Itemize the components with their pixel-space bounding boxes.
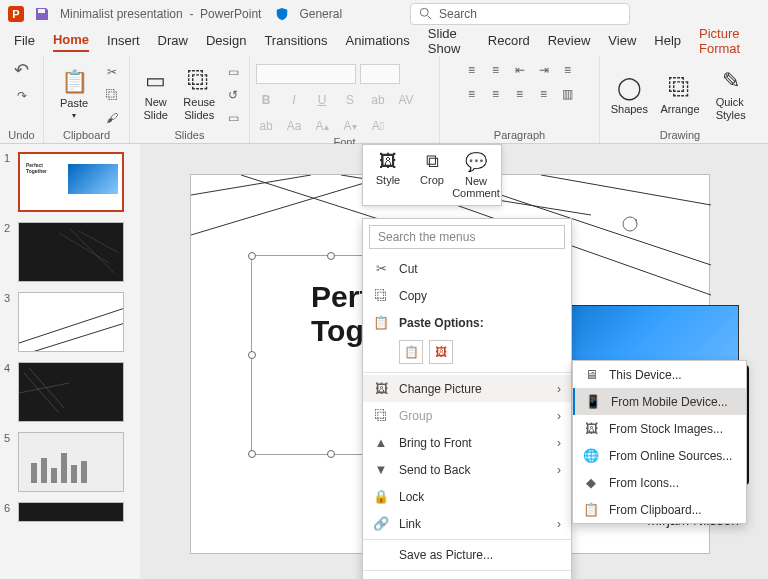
picture-style-button[interactable]: 🖼 Style bbox=[367, 149, 409, 201]
font-family-select[interactable] bbox=[256, 64, 356, 84]
paste-option-2[interactable]: 🖼 bbox=[429, 340, 453, 364]
group-undo-label: Undo bbox=[6, 129, 37, 141]
device-icon: 🖥 bbox=[583, 367, 599, 382]
paste-button[interactable]: 📋 Paste▾ bbox=[50, 69, 98, 120]
underline-button[interactable]: U bbox=[312, 90, 332, 110]
thumbnail-3[interactable] bbox=[18, 292, 124, 352]
align-center-button[interactable]: ≡ bbox=[486, 84, 506, 104]
redo-button[interactable]: ↷ bbox=[12, 86, 32, 106]
ctx-cut[interactable]: ✂Cut bbox=[363, 255, 571, 282]
tab-picture-format[interactable]: Picture Format bbox=[699, 26, 754, 59]
menu-search-input[interactable]: Search the menus bbox=[369, 225, 565, 249]
submenu-stock-images[interactable]: 🖼From Stock Images... bbox=[573, 415, 746, 442]
submenu-mobile-device[interactable]: 📱From Mobile Device... bbox=[573, 388, 746, 415]
indent-inc-button[interactable]: ⇥ bbox=[534, 60, 554, 80]
ctx-copy[interactable]: ⿻Copy bbox=[363, 282, 571, 309]
tab-review[interactable]: Review bbox=[548, 33, 591, 51]
spacing-button[interactable]: AV bbox=[396, 90, 416, 110]
tab-home[interactable]: Home bbox=[53, 32, 89, 52]
shadow-button[interactable]: ab bbox=[368, 90, 388, 110]
svg-line-7 bbox=[24, 373, 59, 413]
bold-button[interactable]: B bbox=[256, 90, 276, 110]
tab-view[interactable]: View bbox=[608, 33, 636, 51]
line-spacing-button[interactable]: ≡ bbox=[558, 60, 578, 80]
justify-button[interactable]: ≡ bbox=[534, 84, 554, 104]
case-button[interactable]: Aa bbox=[284, 116, 304, 136]
bullets-button[interactable]: ≡ bbox=[462, 60, 482, 80]
strike-button[interactable]: S bbox=[340, 90, 360, 110]
arrange-button[interactable]: ⿻ Arrange bbox=[657, 75, 704, 115]
svg-line-8 bbox=[29, 368, 64, 408]
reset-button[interactable]: ↺ bbox=[223, 85, 243, 105]
tab-transitions[interactable]: Transitions bbox=[264, 33, 327, 51]
title-bar: P Minimalist presentation - PowerPoint G… bbox=[0, 0, 768, 28]
ribbon: ↶ ↷ Undo 📋 Paste▾ ✂ ⿻ 🖌 Clipboard ▭ New … bbox=[0, 56, 768, 144]
tab-file[interactable]: File bbox=[14, 33, 35, 51]
ctx-lock[interactable]: 🔒Lock bbox=[363, 483, 571, 510]
grow-font-button[interactable]: A▴ bbox=[312, 116, 332, 136]
svg-rect-13 bbox=[61, 453, 67, 483]
copy-button[interactable]: ⿻ bbox=[102, 85, 122, 105]
align-left-button[interactable]: ≡ bbox=[462, 84, 482, 104]
rotate-handle-icon[interactable] bbox=[621, 215, 639, 233]
columns-button[interactable]: ▥ bbox=[558, 84, 578, 104]
svg-line-20 bbox=[541, 175, 711, 205]
submenu-from-icons[interactable]: ◆From Icons... bbox=[573, 469, 746, 496]
tab-design[interactable]: Design bbox=[206, 33, 246, 51]
ctx-change-picture[interactable]: 🖼Change Picture› bbox=[363, 375, 571, 402]
tab-slideshow[interactable]: Slide Show bbox=[428, 26, 470, 59]
tab-insert[interactable]: Insert bbox=[107, 33, 140, 51]
ctx-bring-front[interactable]: ▲Bring to Front› bbox=[363, 429, 571, 456]
context-menu: Search the menus ✂Cut ⿻Copy 📋Paste Optio… bbox=[362, 218, 572, 579]
reuse-slides-button[interactable]: ⿻ Reuse Slides bbox=[180, 68, 220, 120]
search-input[interactable]: Search bbox=[410, 3, 630, 25]
ctx-save-as-picture[interactable]: Save as Picture... bbox=[363, 542, 571, 568]
thumbnail-5[interactable] bbox=[18, 432, 124, 492]
tab-record[interactable]: Record bbox=[488, 33, 530, 51]
font-size-select[interactable] bbox=[360, 64, 400, 84]
italic-button[interactable]: I bbox=[284, 90, 304, 110]
tab-animations[interactable]: Animations bbox=[346, 33, 410, 51]
indent-dec-button[interactable]: ⇤ bbox=[510, 60, 530, 80]
crop-button[interactable]: ⧉ Crop bbox=[411, 149, 453, 201]
tab-draw[interactable]: Draw bbox=[158, 33, 188, 51]
quick-styles-button[interactable]: ✎ Quick Styles bbox=[707, 68, 754, 120]
shapes-button[interactable]: ◯ Shapes bbox=[606, 75, 653, 115]
section-button[interactable]: ▭ bbox=[223, 108, 243, 128]
ctx-view-alt-text[interactable]: 🖼View Alt Text... bbox=[363, 573, 571, 579]
submenu-from-clipboard[interactable]: 📋From Clipboard... bbox=[573, 496, 746, 523]
align-right-button[interactable]: ≡ bbox=[510, 84, 530, 104]
format-painter-button[interactable]: 🖌 bbox=[102, 108, 122, 128]
highlight-button[interactable]: ab bbox=[256, 116, 276, 136]
bring-front-icon: ▲ bbox=[373, 435, 389, 450]
group-slides-label: Slides bbox=[136, 129, 243, 141]
tab-help[interactable]: Help bbox=[654, 33, 681, 51]
layout-button[interactable]: ▭ bbox=[223, 62, 243, 82]
stock-icon: 🖼 bbox=[583, 421, 599, 436]
new-slide-button[interactable]: ▭ New Slide bbox=[136, 68, 176, 120]
ctx-link[interactable]: 🔗Link› bbox=[363, 510, 571, 537]
clipboard-icon: 📋 bbox=[583, 502, 599, 517]
crop-icon: ⧉ bbox=[426, 151, 439, 172]
powerpoint-icon: P bbox=[8, 6, 24, 22]
paste-option-1[interactable]: 📋 bbox=[399, 340, 423, 364]
submenu-online-sources[interactable]: 🌐From Online Sources... bbox=[573, 442, 746, 469]
document-title: Minimalist presentation - PowerPoint bbox=[60, 7, 261, 21]
thumb-number: 2 bbox=[4, 222, 14, 282]
thumbnail-6[interactable] bbox=[18, 502, 124, 522]
thumbnail-2[interactable] bbox=[18, 222, 124, 282]
thumbnail-1[interactable]: PerfectTogether bbox=[18, 152, 124, 212]
numbering-button[interactable]: ≡ bbox=[486, 60, 506, 80]
svg-rect-15 bbox=[81, 461, 87, 483]
clear-format-button[interactable]: A⃠ bbox=[368, 116, 388, 136]
save-icon[interactable] bbox=[34, 6, 50, 22]
thumbnail-4[interactable] bbox=[18, 362, 124, 422]
submenu-this-device[interactable]: 🖥This Device... bbox=[573, 361, 746, 388]
svg-line-16 bbox=[191, 175, 391, 235]
cut-button[interactable]: ✂ bbox=[102, 62, 122, 82]
shrink-font-button[interactable]: A▾ bbox=[340, 116, 360, 136]
undo-button[interactable]: ↶ bbox=[12, 60, 32, 80]
thumb-number: 3 bbox=[4, 292, 14, 352]
new-comment-button[interactable]: 💬 New Comment bbox=[455, 149, 497, 201]
ctx-send-back[interactable]: ▼Send to Back› bbox=[363, 456, 571, 483]
